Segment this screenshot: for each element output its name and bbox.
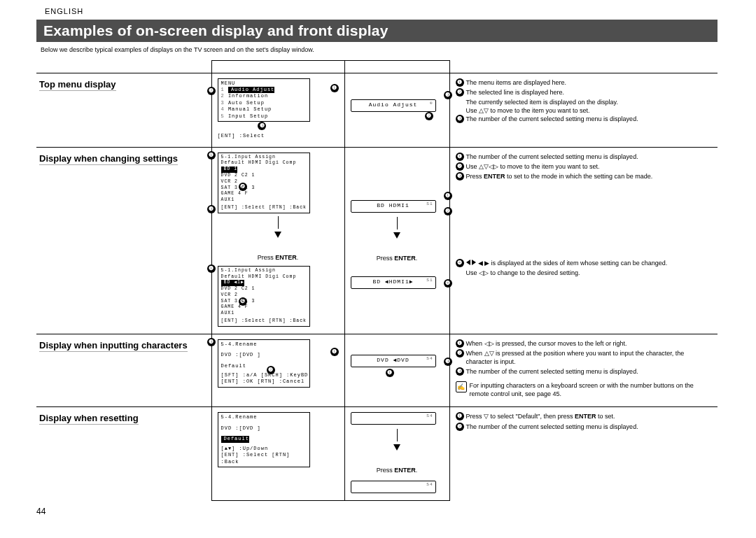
note: The number of the current selected setti… <box>466 115 713 123</box>
press-enter-label: Press ENTER. <box>351 254 444 262</box>
callout-3e: ❸ <box>444 358 452 366</box>
osd-top-menu: MENU 1 Audio Adjust 2 Information 3 Auto… <box>218 78 310 122</box>
vfd-reset-1: S4 <box>351 412 436 425</box>
note: ◀ ▶ is displayed at the sides of item wh… <box>466 259 713 267</box>
callout-1e: ❶ <box>386 369 394 377</box>
section-label-reset: Display when resetting <box>39 413 139 425</box>
osd-rename-2: 5-4.Rename DVD :[DVD ] Default [▲▼] :Up/… <box>218 412 310 467</box>
callout-3: ❸ <box>258 122 266 130</box>
intro-text: Below we describe typical examples of di… <box>41 46 718 53</box>
note-extra: The currently selected item is displayed… <box>456 98 713 106</box>
callout-3d: ❸ <box>207 338 216 346</box>
callout-1d: ❶ <box>330 348 339 356</box>
note: The selected line is displayed here. <box>466 88 713 97</box>
callout-3: ❸ <box>207 205 216 213</box>
vfd-change-2: BD ◀HDMI1▶S1 <box>351 276 436 289</box>
examples-table: Top menu display ❷ ❶ MENU 1 Audio Adjust… <box>36 60 718 501</box>
note: When △▽ is pressed at the position where… <box>466 349 713 366</box>
callout-3b: ❸ <box>444 91 452 99</box>
section-label-change: Display when changing settings <box>39 153 178 165</box>
callout-2b: ❷ <box>425 112 433 120</box>
callout-1: ❶ <box>207 151 216 160</box>
note: The menu items are displayed here. <box>466 78 713 87</box>
note: Use △▽◁▷ to move to the item you want to… <box>466 162 713 171</box>
hand-icon: ✍ <box>456 381 467 392</box>
note: Use ◁▷ to change to the desired setting. <box>456 269 713 277</box>
section-label-top: Top menu display <box>39 79 116 91</box>
callout-1b: ❶ <box>207 264 216 273</box>
osd-assign-1: 5-1.Input Assign Default HDMI Digi Comp … <box>218 153 310 213</box>
callout-2: ❷ <box>207 87 216 95</box>
note: The number of the current selected setti… <box>466 423 713 431</box>
section-label-inputchars: Display when inputting characters <box>39 340 188 352</box>
note: Press ENTER to set to the mode in which … <box>466 172 713 180</box>
callout-4c: ❹ <box>444 279 452 288</box>
press-enter-label: Press ENTER. <box>218 253 339 262</box>
note-extra: Use △▽ to move to the item you want to s… <box>456 106 713 115</box>
note: The number of the current selected setti… <box>466 367 713 376</box>
note: Press ▽ to select "Default", then press … <box>466 412 713 420</box>
note: The number of the current selected setti… <box>466 153 713 161</box>
hand-note: For inputting characters on a keyboard s… <box>470 381 713 398</box>
page-title-banner: Examples of on-screen display and front … <box>36 20 718 42</box>
vfd-reset-2: S4 <box>351 481 436 493</box>
page-number: 44 <box>36 507 718 516</box>
vfd-input: DVD ◀DVD S4 <box>351 355 436 367</box>
callout-1: ❶ <box>330 84 339 92</box>
callout-1c: ❶ <box>444 192 452 200</box>
press-enter-label: Press ENTER. <box>351 466 444 474</box>
note: When ◁▷ is pressed, the cursor moves to … <box>466 339 713 348</box>
vfd-change-1: BD HDMI1S1 <box>351 200 436 213</box>
osd-assign-2: 5-1.Input Assign Default HDMI Digi Comp … <box>218 266 310 327</box>
callout-2c: ❷ <box>444 207 452 215</box>
osd-rename-1: 5-4.Rename DVD :[DVD ] Default [SFT] :a/… <box>218 339 310 388</box>
language-label: ENGLISH <box>41 6 718 17</box>
vfd-top: Audio Adjust⊕ <box>351 99 436 112</box>
